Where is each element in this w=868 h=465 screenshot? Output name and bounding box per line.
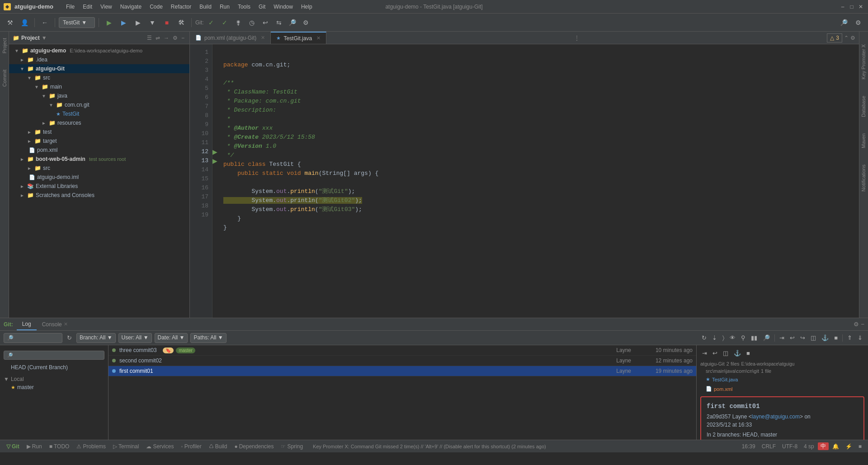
tree-ext-libs[interactable]: ► 📚 External Libraries <box>9 182 189 191</box>
menu-navigate[interactable]: Navigate <box>117 3 145 11</box>
locale-icon[interactable]: 中 <box>818 442 829 450</box>
terminal-status-item[interactable]: ▷ Terminal <box>110 443 142 450</box>
pom-tab-close[interactable]: ✕ <box>261 35 265 41</box>
branch-dropdown[interactable]: TestGit ▼ <box>59 17 95 28</box>
tree-idea[interactable]: ► 📁 .idea <box>9 55 189 64</box>
menu-build[interactable]: Build <box>196 3 215 11</box>
run-marker-12[interactable]: ▶ <box>212 147 217 156</box>
detail-btn-1[interactable]: ⇥ <box>700 349 709 357</box>
detail-btn-2[interactable]: ↩ <box>711 349 719 357</box>
git-commit-icon[interactable]: ⚵ <box>232 16 245 29</box>
commit-row-1[interactable]: first commit01 Layne 19 minutes ago <box>108 366 696 376</box>
git-redo-icon[interactable]: ↪ <box>798 333 807 342</box>
build-icon[interactable]: 🛠 <box>175 16 188 29</box>
key-promoter-tab[interactable]: Key Promoter X <box>859 41 868 83</box>
console-tab[interactable]: Console ✕ <box>37 318 73 330</box>
build-status-item[interactable]: ♺ Build <box>206 443 230 450</box>
minimize-panel-icon[interactable]: − <box>180 34 186 42</box>
detail-file-1[interactable]: ★ TestGit.java <box>706 376 864 383</box>
line-col-item[interactable]: 16:39 <box>739 442 758 450</box>
code-content[interactable]: package com.cn.git; /** * ClassName: Tes… <box>214 48 859 318</box>
panel-minimize-icon[interactable]: − <box>861 321 864 328</box>
maven-tab[interactable]: Maven <box>859 130 868 152</box>
commit-row-3[interactable]: three commit03 🔖 master Layne 10 minutes… <box>108 345 696 356</box>
menu-view[interactable]: View <box>97 3 116 11</box>
git-log-eye-icon[interactable]: 👁 <box>728 333 737 342</box>
warning-box[interactable]: △ 3 <box>827 33 842 42</box>
run-marker-13[interactable]: ▶ <box>212 156 217 165</box>
editor-settings-icon[interactable]: ⚙ <box>850 35 855 41</box>
tree-main[interactable]: ▼ 📁 main <box>9 82 189 91</box>
master-branch-item[interactable]: ★ master <box>4 383 104 391</box>
menu-code[interactable]: Code <box>146 3 166 11</box>
detail-file-2[interactable]: 📄 pom.xml <box>706 385 864 393</box>
charset-item[interactable]: UTF-8 <box>779 442 800 450</box>
menu-tools[interactable]: Tools <box>234 3 254 11</box>
detail-btn-5[interactable]: ■ <box>745 349 752 357</box>
menu-git[interactable]: Git <box>255 3 269 11</box>
git-log-pause-icon[interactable]: ▮▮ <box>749 333 759 342</box>
tree-pom[interactable]: 📄 pom.xml <box>9 146 189 155</box>
tab-pom[interactable]: 📄 pom.xml (atguigu-Git) ✕ <box>190 32 271 44</box>
panel-settings-icon[interactable]: ⚙ <box>854 321 859 328</box>
git-log-search2-icon[interactable]: 🔎 <box>761 333 772 342</box>
coverage-icon[interactable]: ▶ <box>132 16 144 29</box>
log-tab[interactable]: Log <box>17 318 37 330</box>
console-close-icon[interactable]: ✕ <box>64 321 68 327</box>
detail-btn-3[interactable]: ◫ <box>721 349 730 357</box>
commit-row-2[interactable]: second commit02 Layne 12 minutes ago <box>108 356 696 366</box>
user-icon[interactable]: 👤 <box>18 16 31 29</box>
git-push-icon[interactable]: ✓ <box>218 16 231 29</box>
menu-window[interactable]: Window <box>270 3 297 11</box>
power-icon[interactable]: ⚡ <box>843 442 855 450</box>
git-columns-icon[interactable]: ■ <box>832 333 840 342</box>
settings-icon[interactable]: ⚙ <box>852 16 864 29</box>
commit-author-email[interactable]: layne@atguigu.com <box>752 413 800 420</box>
git-undo-icon[interactable]: ↩ <box>788 333 797 342</box>
git-status-item[interactable]: ▽ Git <box>4 443 22 450</box>
tree-target[interactable]: ► 📁 target <box>9 136 189 146</box>
line-ending-item[interactable]: CRLF <box>759 442 778 450</box>
tree-src2[interactable]: ► 📁 src <box>9 164 189 173</box>
profiler-status-item[interactable]: ◦ Profiler <box>178 443 204 450</box>
notification-icon[interactable]: 🔔 <box>830 442 842 450</box>
run-status-item[interactable]: ▶ Run <box>24 443 45 450</box>
git-log-filter-icon[interactable]: ⚲ <box>739 333 747 342</box>
back-icon[interactable]: ← <box>38 16 51 29</box>
git-check-icon[interactable]: ✓ <box>205 16 217 29</box>
gear-icon[interactable]: ⚙ <box>171 34 179 42</box>
tree-boot-web[interactable]: ► 📁 boot-web-05-admin test sources root <box>9 155 189 164</box>
user-filter[interactable]: User: All ▼ <box>118 333 152 343</box>
git-expand-icon[interactable]: ⇓ <box>856 333 864 342</box>
refresh-icon[interactable]: ↻ <box>65 333 74 342</box>
run-icon[interactable]: ▶ <box>103 16 115 29</box>
tree-src[interactable]: ▼ 📁 src <box>9 73 189 82</box>
git-collapse-icon[interactable]: ⇑ <box>845 333 854 342</box>
more-run-icon[interactable]: ▼ <box>146 16 159 29</box>
tree-iml[interactable]: 📄 atguigu-demo.iml <box>9 173 189 182</box>
git-settings-icon[interactable]: ⚙ <box>300 16 312 29</box>
branch-search-input[interactable] <box>4 333 62 343</box>
git-log-fetch-icon[interactable]: ⇣ <box>710 333 719 342</box>
paths-filter[interactable]: Paths: All ▼ <box>190 333 226 343</box>
tree-scratches[interactable]: ► 📁 Scratches and Consoles <box>9 191 189 200</box>
notifications-tab[interactable]: Notifications <box>859 161 868 195</box>
detail-btn-4[interactable]: ⚓ <box>732 349 743 357</box>
maximize-button[interactable]: □ <box>848 3 855 10</box>
git-translate-icon[interactable]: ⇆ <box>273 16 285 29</box>
tab-testgit[interactable]: ★ TestGit.java ✕ <box>271 32 326 44</box>
spring-status-item[interactable]: ☞ Spring <box>278 443 306 450</box>
menu-file[interactable]: File <box>62 3 78 11</box>
database-tab[interactable]: Database <box>859 92 868 121</box>
local-branch-header[interactable]: ▼ Local <box>4 375 104 383</box>
git-split-icon[interactable]: ◫ <box>809 333 818 342</box>
testgit-tab-close[interactable]: ✕ <box>316 35 321 41</box>
git-search-icon[interactable]: 🔎 <box>286 16 299 29</box>
menu-edit[interactable]: Edit <box>79 3 96 11</box>
search-icon[interactable]: 🔎 <box>837 16 850 29</box>
menu-run[interactable]: Run <box>216 3 233 11</box>
sidebar-project-tab[interactable]: Project <box>1 35 8 56</box>
close-button[interactable]: ✕ <box>857 3 864 10</box>
todo-status-item[interactable]: ■ TODO <box>47 443 72 450</box>
git-revert-icon[interactable]: ↩ <box>259 16 272 29</box>
